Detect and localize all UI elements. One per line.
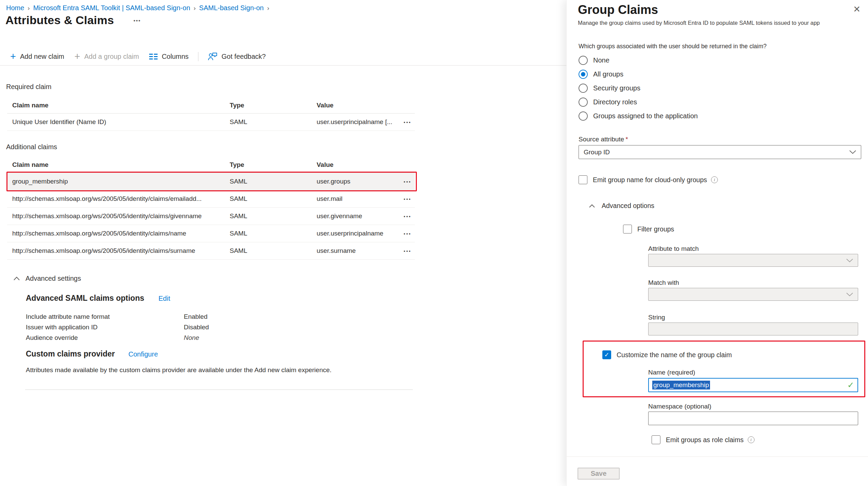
claim-name-cell: http://schemas.xmlsoap.org/ws/2005/05/id… [12, 230, 230, 237]
additional-claims-heading: Additional claims [6, 143, 57, 151]
group-claims-panel: Group Claims ✕ Manage the group claims u… [566, 0, 868, 486]
name-input[interactable]: group_membership ✓ [648, 378, 858, 392]
option-row: Issuer with application ID Disabled [26, 322, 209, 332]
row-menu-icon[interactable]: ••• [404, 179, 415, 184]
radio-option-none[interactable]: None [579, 53, 698, 67]
table-row[interactable]: http://schemas.xmlsoap.org/ws/2005/05/id… [7, 242, 415, 259]
emit-roles-checkbox-row[interactable]: Emit groups as role claims i [652, 435, 755, 444]
match-with-label: Match with [648, 279, 679, 287]
string-input[interactable] [648, 323, 858, 335]
radio-option-security-groups[interactable]: Security groups [579, 81, 698, 95]
breadcrumb-home[interactable]: Home [6, 4, 24, 12]
emit-roles-label: Emit groups as role claims [666, 436, 744, 444]
breadcrumb: Home › Microsoft Entra SAML Toolkit | SA… [6, 4, 269, 12]
required-claim-table: Claim name Type Value Unique User Identi… [7, 98, 415, 131]
attributes-claims-page: Home › Microsoft Entra SAML Toolkit | SA… [0, 0, 566, 486]
attribute-to-match-label: Attribute to match [648, 245, 699, 253]
table-row[interactable]: http://schemas.xmlsoap.org/ws/2005/05/id… [7, 208, 415, 225]
name-input-selected-text: group_membership [652, 381, 710, 389]
option-value: Disabled [184, 322, 209, 332]
group-claims-question: Which groups associated with the user sh… [579, 43, 767, 50]
toolbar-divider [198, 52, 198, 61]
attribute-to-match-dropdown[interactable] [648, 254, 858, 267]
close-icon[interactable]: ✕ [853, 5, 861, 14]
column-header-claim-name[interactable]: Claim name [12, 161, 230, 169]
column-header-value[interactable]: Value [317, 102, 398, 109]
add-group-claim-button[interactable]: + Add a group claim [74, 52, 139, 62]
filter-groups-checkbox-row[interactable]: Filter groups [623, 225, 674, 233]
table-row[interactable]: Unique User Identifier (Name ID) SAML us… [7, 114, 415, 131]
info-icon[interactable]: i [748, 436, 755, 443]
table-row[interactable]: http://schemas.xmlsoap.org/ws/2005/05/id… [7, 190, 415, 207]
checkbox-unchecked-icon[interactable] [652, 435, 660, 444]
claim-value-cell: user.surname [317, 247, 398, 255]
info-icon[interactable]: i [711, 176, 718, 183]
breadcrumb-saml-toolkit[interactable]: Microsoft Entra SAML Toolkit | SAML-base… [33, 4, 190, 12]
column-header-type[interactable]: Type [230, 161, 317, 169]
filter-groups-label: Filter groups [637, 225, 674, 233]
divider [7, 131, 415, 131]
radio-option-all-groups[interactable]: All groups [579, 67, 698, 81]
claim-type-cell: SAML [230, 178, 317, 185]
claim-type-cell: SAML [230, 247, 317, 255]
source-attribute-dropdown[interactable]: Group ID [579, 145, 861, 159]
column-header-claim-name[interactable]: Claim name [12, 102, 230, 109]
row-menu-icon[interactable]: ••• [404, 231, 415, 236]
radio-icon [579, 56, 588, 65]
row-menu-icon[interactable]: ••• [404, 214, 415, 219]
namespace-optional-label: Namespace (optional) [648, 403, 711, 410]
option-row: Audience override None [26, 332, 209, 343]
advanced-options-toggle[interactable]: Advanced options [589, 202, 654, 210]
configure-link[interactable]: Configure [128, 350, 158, 358]
row-menu-icon[interactable]: ••• [404, 248, 415, 254]
column-header-value[interactable]: Value [317, 161, 398, 169]
table-row-group-membership[interactable]: group_membership SAML user.groups ••• [7, 173, 415, 190]
advanced-settings-toggle[interactable]: Advanced settings [14, 275, 81, 282]
row-menu-icon[interactable]: ••• [404, 120, 415, 125]
save-button[interactable]: Save [578, 468, 620, 480]
page-title: Attributes & Claims [5, 14, 114, 27]
radio-label: Groups assigned to the application [593, 112, 698, 120]
claim-name-cell: Unique User Identifier (Name ID) [12, 118, 230, 126]
customize-name-checkbox-row[interactable]: ✓ Customize the name of the group claim [602, 350, 732, 359]
screen: Home › Microsoft Entra SAML Toolkit | SA… [0, 0, 868, 486]
section-divider [25, 389, 413, 390]
breadcrumb-saml-signon[interactable]: SAML-based Sign-on [199, 4, 264, 12]
checkbox-unchecked-icon[interactable] [579, 175, 587, 184]
radio-label: All groups [593, 70, 623, 78]
radio-icon [579, 84, 588, 93]
page-title-overflow-icon[interactable]: ••• [134, 18, 141, 23]
edit-link[interactable]: Edit [158, 295, 170, 302]
match-with-dropdown[interactable] [648, 288, 858, 301]
radio-option-directory-roles[interactable]: Directory roles [579, 95, 698, 109]
chevron-up-icon [589, 204, 595, 208]
divider [7, 259, 415, 260]
radio-option-groups-assigned[interactable]: Groups assigned to the application [579, 109, 698, 123]
customize-name-label: Customize the name of the group claim [617, 351, 732, 359]
columns-button[interactable]: Columns [149, 53, 189, 60]
option-label: Audience override [26, 332, 184, 343]
checkbox-checked-icon[interactable]: ✓ [602, 350, 611, 359]
table-row[interactable]: http://schemas.xmlsoap.org/ws/2005/05/id… [7, 225, 415, 242]
claim-type-cell: SAML [230, 118, 317, 126]
namespace-input[interactable] [648, 412, 858, 425]
add-new-claim-button[interactable]: + Add new claim [10, 52, 64, 62]
emit-group-name-checkbox-row[interactable]: Emit group name for cloud-only groups i [579, 175, 718, 184]
required-marker: * [625, 136, 628, 143]
claim-type-cell: SAML [230, 230, 317, 237]
claim-type-cell: SAML [230, 195, 317, 203]
got-feedback-button[interactable]: Got feedback? [208, 52, 266, 61]
panel-footer-divider [567, 456, 868, 457]
command-bar: + Add new claim + Add a group claim Colu… [10, 50, 266, 63]
column-header-type[interactable]: Type [230, 102, 317, 109]
radio-selected-icon [579, 70, 588, 79]
groups-returned-radio-group: None All groups Security groups Director… [579, 53, 698, 123]
claim-value-cell: user.userprincipalname [... [317, 118, 398, 126]
plus-icon: + [74, 52, 80, 62]
chevron-down-icon [849, 150, 856, 154]
breadcrumb-separator: › [194, 4, 196, 12]
emit-group-name-label: Emit group name for cloud-only groups [593, 176, 707, 184]
checkbox-unchecked-icon[interactable] [623, 225, 632, 233]
row-menu-icon[interactable]: ••• [404, 196, 415, 202]
advanced-settings-label: Advanced settings [25, 275, 81, 282]
